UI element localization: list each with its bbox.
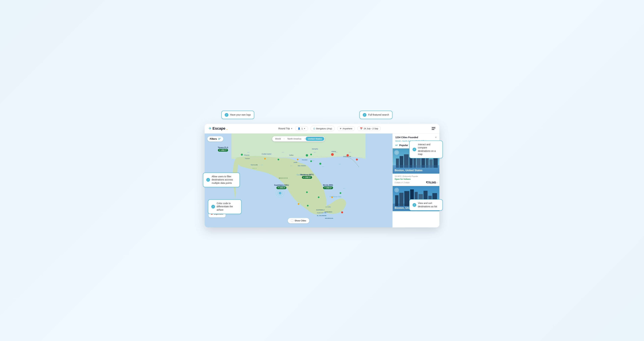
destination-cards-list: ♡ Boston, United States 13-18°C | Extrem: [392, 148, 440, 228]
sort-icon: [395, 145, 398, 146]
annotation-logo-text: Have your own logo: [230, 113, 251, 116]
svg-text:EL SALVADOR: EL SALVADOR: [317, 215, 326, 216]
card-1-visa: Open for Indians: [394, 178, 438, 180]
filter-icon: [218, 138, 221, 140]
tab-united-states[interactable]: United States: [306, 137, 324, 141]
card-1-price: ₹79,045 ›: [426, 181, 438, 184]
price-text-mid: USD 2*: [326, 187, 332, 189]
stops-icon-1: ⇄: [401, 181, 403, 184]
destination-selector[interactable]: ✈ Anywhere: [337, 126, 355, 131]
card-2-heart-button[interactable]: ♡: [394, 188, 399, 192]
svg-text:MO.: MO.: [327, 204, 330, 206]
svg-text:MISIL.R: MISIL.R: [252, 168, 256, 169]
card-1-info-row: 13-18°C | Extremely Popular: [394, 175, 438, 177]
date-range-label: 24 July - 2 Sep: [364, 127, 378, 130]
origin-icon: ⊙: [313, 127, 315, 130]
breadcrumb-world[interactable]: World: [395, 140, 400, 142]
tab-world[interactable]: World: [273, 137, 283, 141]
marker-monterrey-label: Monterrey (MTY): [300, 174, 314, 176]
svg-text:Atlanta: Atlanta: [331, 150, 336, 152]
svg-point-46: [318, 196, 320, 198]
marker-guadalajara[interactable]: Guadalajara (GDL) ✈ USD 2*: [274, 184, 289, 189]
calendar-icon: 📅: [360, 127, 362, 130]
origin-selector[interactable]: ⊙ Bengaluru (Any): [310, 126, 334, 131]
logo-plane-icon: ✈: [209, 126, 212, 130]
tab-north-america[interactable]: North America: [285, 137, 304, 141]
annotation-color: ✓ Color code to differentiate the airfar…: [208, 200, 242, 214]
passenger-count: 1: [301, 127, 302, 130]
svg-text:NICARAGUA: NICARAGUA: [325, 218, 333, 219]
svg-point-48: [298, 203, 299, 205]
menu-button[interactable]: [432, 127, 435, 130]
svg-rect-78: [404, 191, 410, 206]
plane-icon-mty: ✈: [303, 176, 304, 178]
panel-title-row: 1234 Cities Founded ×: [395, 136, 437, 139]
check-icon-list: ✓: [412, 203, 416, 207]
marker-merida-label: Merida (MID): [323, 184, 333, 186]
svg-point-44: [356, 158, 358, 160]
price-text: USD 7*: [221, 149, 226, 151]
svg-text:MO.: MO.: [343, 188, 346, 189]
header-controls: Round Trip ▼ 👤 1 ▼ ⊙ Bengaluru (Any) ✈ A…: [231, 126, 428, 131]
plane-icon-mid: ✈: [324, 187, 326, 188]
svg-point-50: [340, 192, 341, 194]
svg-point-41: [310, 160, 312, 162]
marker-tijuana-price: ✈ USD 7*: [218, 149, 228, 152]
date-selector[interactable]: 📅 24 July - 2 Sep: [358, 126, 381, 131]
filter-button[interactable]: Filters: [207, 136, 224, 142]
sort-bar-1: [395, 145, 398, 145]
svg-point-37: [297, 159, 298, 160]
svg-text:HONDURAS: HONDURAS: [324, 211, 332, 213]
annotation-color-text: Color code to differentiate the airfare: [217, 202, 238, 212]
svg-point-34: [241, 154, 243, 156]
svg-point-49: [331, 196, 333, 198]
menu-bar-1: [432, 127, 435, 128]
svg-text:Houston: Houston: [302, 159, 308, 161]
check-icon-color: ✓: [211, 205, 215, 208]
header-right: [432, 127, 435, 130]
tab-arrow-2: ‹: [304, 138, 306, 140]
marker-guadalajara-price: ✈ USD 2*: [276, 186, 286, 189]
annotation-filter-text: Allow users to filter destinations accro…: [212, 175, 236, 185]
marker-tijuana[interactable]: Tijuana (TLJ) ✈ USD 7*: [218, 146, 228, 152]
annotation-map-interact: ✓ Interact and compare destinations on a…: [409, 140, 443, 158]
svg-text:Memphis: Memphis: [312, 148, 318, 150]
menu-bar-3: [432, 129, 434, 130]
passengers-selector[interactable]: 👤 1 ▼: [295, 126, 308, 131]
check-icon-map: ✓: [412, 148, 416, 151]
card-1-meta: 13-18°C | Extremely Popular: [394, 175, 418, 177]
svg-point-43: [346, 154, 349, 156]
show-cities-checkbox[interactable]: [291, 220, 293, 222]
svg-point-39: [310, 154, 312, 155]
annotation-map-text: Interact and compare destinations on a m…: [418, 143, 440, 156]
map-tabs: World ‹ North America ‹ United States: [272, 136, 325, 142]
card-1-stops: 2 stops ⇄ 2 stops: [394, 181, 410, 184]
show-cities-label: Show Cities: [295, 220, 306, 222]
svg-text:Dallas: Dallas: [289, 154, 294, 156]
trip-type-selector[interactable]: Round Trip ▼: [278, 127, 292, 130]
svg-text:MO.: MO.: [349, 152, 351, 153]
svg-text:MO.: MO.: [247, 152, 250, 153]
svg-point-36: [278, 159, 279, 160]
check-icon-search: ✓: [363, 113, 366, 117]
annotation-filter: ✓ Allow users to filter destinations acc…: [203, 172, 240, 187]
marker-monterrey[interactable]: Monterrey (MTY) ✈ USD 2*: [300, 174, 314, 179]
marker-merida[interactable]: Merida (MID) ✈ USD 2*: [323, 184, 333, 189]
annotation-list-view: ✓ View and sort destinations as list: [409, 199, 443, 210]
svg-text:MEXICO: MEXICO: [279, 177, 288, 179]
app-header: ✈ Escape. Round Trip ▼ 👤 1 ▼ ⊙ Bengaluru…: [204, 124, 440, 134]
trip-type-label: Round Trip: [278, 127, 290, 130]
breadcrumb-sep-1: ›: [401, 140, 402, 142]
show-cities-button[interactable]: Show Cities: [288, 218, 310, 224]
filter-line-1: [218, 138, 221, 138]
close-button[interactable]: ×: [435, 136, 437, 139]
card-1-heart-button[interactable]: ♡: [394, 150, 399, 155]
check-icon-filter: ✓: [206, 178, 210, 182]
panel-title: 1234 Cities Founded: [395, 136, 418, 139]
annotation-search-text: Full-featured search: [368, 113, 389, 116]
svg-text:MO.: MO.: [322, 166, 324, 168]
svg-point-35: [264, 158, 266, 160]
passenger-chevron: ▼: [304, 128, 306, 130]
svg-text:ARK.: ARK.: [312, 160, 315, 162]
plane-icon-gdl: ✈: [278, 187, 279, 188]
